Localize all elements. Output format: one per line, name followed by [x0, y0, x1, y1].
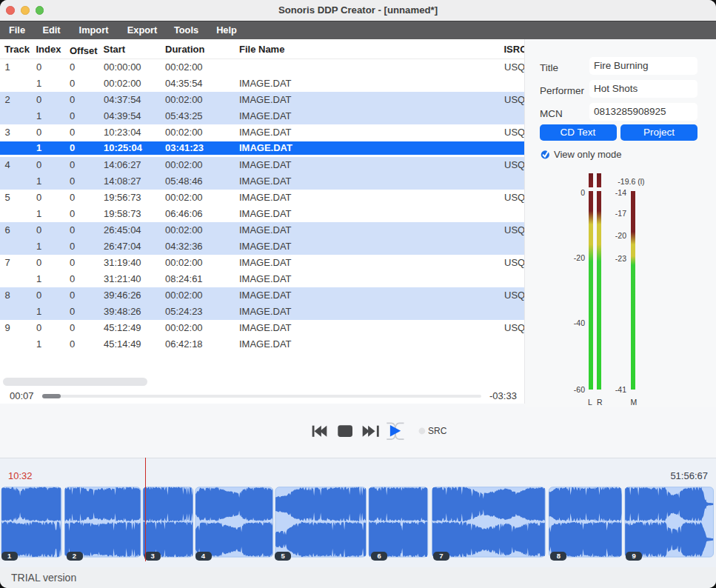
- svg-text:SRC: SRC: [428, 426, 447, 436]
